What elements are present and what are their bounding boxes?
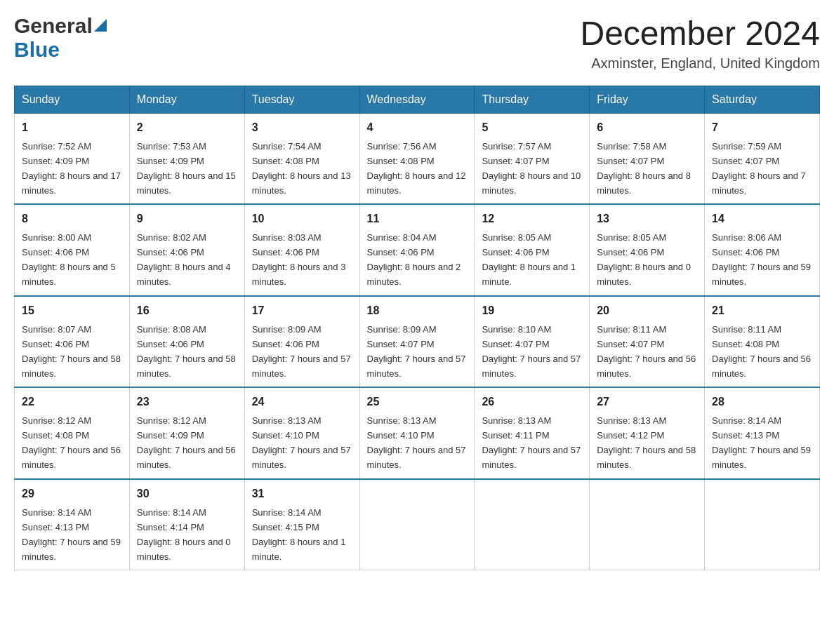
table-row: 8 Sunrise: 8:00 AMSunset: 4:06 PMDayligh… <box>15 204 130 295</box>
table-row: 12 Sunrise: 8:05 AMSunset: 4:06 PMDaylig… <box>475 204 590 295</box>
day-info: Sunrise: 8:12 AMSunset: 4:09 PMDaylight:… <box>137 415 236 470</box>
table-row <box>359 479 475 570</box>
day-info: Sunrise: 8:14 AMSunset: 4:14 PMDaylight:… <box>137 507 231 562</box>
day-number: 20 <box>597 302 697 320</box>
day-number: 5 <box>482 119 582 137</box>
day-info: Sunrise: 8:06 AMSunset: 4:06 PMDaylight:… <box>712 232 811 287</box>
col-saturday: Saturday <box>705 86 820 114</box>
table-row: 5 Sunrise: 7:57 AMSunset: 4:07 PMDayligh… <box>475 114 590 205</box>
day-info: Sunrise: 8:03 AMSunset: 4:06 PMDaylight:… <box>252 232 346 287</box>
day-info: Sunrise: 8:07 AMSunset: 4:06 PMDaylight:… <box>22 324 121 379</box>
table-row: 15 Sunrise: 8:07 AMSunset: 4:06 PMDaylig… <box>15 296 130 387</box>
table-row: 4 Sunrise: 7:56 AMSunset: 4:08 PMDayligh… <box>359 114 475 205</box>
col-tuesday: Tuesday <box>244 86 359 114</box>
table-row: 14 Sunrise: 8:06 AMSunset: 4:06 PMDaylig… <box>705 204 820 295</box>
day-info: Sunrise: 7:58 AMSunset: 4:07 PMDaylight:… <box>597 141 691 196</box>
table-row <box>705 479 820 570</box>
day-number: 28 <box>712 394 812 411</box>
day-info: Sunrise: 7:52 AMSunset: 4:09 PMDaylight:… <box>22 141 121 196</box>
calendar-week-3: 15 Sunrise: 8:07 AMSunset: 4:06 PMDaylig… <box>15 296 820 387</box>
day-number: 24 <box>252 394 352 411</box>
day-info: Sunrise: 8:00 AMSunset: 4:06 PMDaylight:… <box>22 232 116 287</box>
table-row: 27 Sunrise: 8:13 AMSunset: 4:12 PMDaylig… <box>590 387 705 478</box>
day-number: 25 <box>367 394 468 411</box>
day-info: Sunrise: 8:13 AMSunset: 4:11 PMDaylight:… <box>482 415 581 470</box>
table-row: 2 Sunrise: 7:53 AMSunset: 4:09 PMDayligh… <box>129 114 244 205</box>
day-info: Sunrise: 8:11 AMSunset: 4:07 PMDaylight:… <box>597 324 696 379</box>
table-row: 7 Sunrise: 7:59 AMSunset: 4:07 PMDayligh… <box>705 114 820 205</box>
day-number: 21 <box>712 302 812 320</box>
day-number: 10 <box>252 210 352 228</box>
day-info: Sunrise: 8:13 AMSunset: 4:12 PMDaylight:… <box>597 415 696 470</box>
table-row: 25 Sunrise: 8:13 AMSunset: 4:10 PMDaylig… <box>359 387 475 478</box>
day-number: 26 <box>482 394 582 411</box>
title-section: December 2024 Axminster, England, United… <box>580 14 820 72</box>
table-row: 24 Sunrise: 8:13 AMSunset: 4:10 PMDaylig… <box>244 387 359 478</box>
table-row: 9 Sunrise: 8:02 AMSunset: 4:06 PMDayligh… <box>129 204 244 295</box>
day-number: 9 <box>137 210 237 228</box>
table-row: 29 Sunrise: 8:14 AMSunset: 4:13 PMDaylig… <box>15 479 130 570</box>
day-number: 29 <box>22 485 122 503</box>
day-number: 14 <box>712 210 812 228</box>
table-row: 21 Sunrise: 8:11 AMSunset: 4:08 PMDaylig… <box>705 296 820 387</box>
svg-marker-0 <box>94 19 107 32</box>
day-info: Sunrise: 8:11 AMSunset: 4:08 PMDaylight:… <box>712 324 811 379</box>
table-row: 13 Sunrise: 8:05 AMSunset: 4:06 PMDaylig… <box>590 204 705 295</box>
day-number: 16 <box>137 302 237 320</box>
table-row: 26 Sunrise: 8:13 AMSunset: 4:11 PMDaylig… <box>475 387 590 478</box>
table-row: 22 Sunrise: 8:12 AMSunset: 4:08 PMDaylig… <box>15 387 130 478</box>
day-info: Sunrise: 8:02 AMSunset: 4:06 PMDaylight:… <box>137 232 231 287</box>
col-sunday: Sunday <box>15 86 130 114</box>
day-info: Sunrise: 8:14 AMSunset: 4:13 PMDaylight:… <box>22 507 121 562</box>
calendar-week-1: 1 Sunrise: 7:52 AMSunset: 4:09 PMDayligh… <box>15 114 820 205</box>
day-number: 3 <box>252 119 352 137</box>
logo-blue-text: Blue <box>14 38 60 61</box>
table-row: 19 Sunrise: 8:10 AMSunset: 4:07 PMDaylig… <box>475 296 590 387</box>
day-number: 15 <box>22 302 122 320</box>
calendar-header-row: Sunday Monday Tuesday Wednesday Thursday… <box>15 86 820 114</box>
day-number: 31 <box>252 485 352 503</box>
day-info: Sunrise: 8:08 AMSunset: 4:06 PMDaylight:… <box>137 324 236 379</box>
table-row: 23 Sunrise: 8:12 AMSunset: 4:09 PMDaylig… <box>129 387 244 478</box>
day-number: 8 <box>22 210 122 228</box>
calendar-week-5: 29 Sunrise: 8:14 AMSunset: 4:13 PMDaylig… <box>15 479 820 570</box>
table-row: 20 Sunrise: 8:11 AMSunset: 4:07 PMDaylig… <box>590 296 705 387</box>
table-row: 17 Sunrise: 8:09 AMSunset: 4:06 PMDaylig… <box>244 296 359 387</box>
col-wednesday: Wednesday <box>359 86 475 114</box>
day-info: Sunrise: 7:53 AMSunset: 4:09 PMDaylight:… <box>137 141 236 196</box>
day-number: 12 <box>482 210 582 228</box>
page-header: General Blue December 2024 Axminster, En… <box>14 14 820 72</box>
table-row: 28 Sunrise: 8:14 AMSunset: 4:13 PMDaylig… <box>705 387 820 478</box>
day-info: Sunrise: 8:13 AMSunset: 4:10 PMDaylight:… <box>367 415 466 470</box>
day-info: Sunrise: 8:09 AMSunset: 4:07 PMDaylight:… <box>367 324 466 379</box>
day-number: 7 <box>712 119 812 137</box>
col-friday: Friday <box>590 86 705 114</box>
table-row: 1 Sunrise: 7:52 AMSunset: 4:09 PMDayligh… <box>15 114 130 205</box>
table-row: 3 Sunrise: 7:54 AMSunset: 4:08 PMDayligh… <box>244 114 359 205</box>
day-info: Sunrise: 8:04 AMSunset: 4:06 PMDaylight:… <box>367 232 461 287</box>
logo: General Blue <box>14 14 107 62</box>
day-number: 1 <box>22 119 122 137</box>
day-number: 4 <box>367 119 468 137</box>
calendar-week-4: 22 Sunrise: 8:12 AMSunset: 4:08 PMDaylig… <box>15 387 820 478</box>
month-year-title: December 2024 <box>580 14 820 53</box>
day-info: Sunrise: 7:57 AMSunset: 4:07 PMDaylight:… <box>482 141 581 196</box>
day-info: Sunrise: 8:10 AMSunset: 4:07 PMDaylight:… <box>482 324 581 379</box>
table-row <box>590 479 705 570</box>
calendar-week-2: 8 Sunrise: 8:00 AMSunset: 4:06 PMDayligh… <box>15 204 820 295</box>
day-info: Sunrise: 8:13 AMSunset: 4:10 PMDaylight:… <box>252 415 351 470</box>
logo-general-text: General <box>14 14 93 38</box>
table-row: 6 Sunrise: 7:58 AMSunset: 4:07 PMDayligh… <box>590 114 705 205</box>
day-info: Sunrise: 8:14 AMSunset: 4:15 PMDaylight:… <box>252 507 346 562</box>
col-thursday: Thursday <box>475 86 590 114</box>
table-row <box>475 479 590 570</box>
day-number: 6 <box>597 119 697 137</box>
day-info: Sunrise: 7:56 AMSunset: 4:08 PMDaylight:… <box>367 141 466 196</box>
day-info: Sunrise: 7:59 AMSunset: 4:07 PMDaylight:… <box>712 141 806 196</box>
day-number: 23 <box>137 394 237 411</box>
day-info: Sunrise: 8:09 AMSunset: 4:06 PMDaylight:… <box>252 324 351 379</box>
day-number: 17 <box>252 302 352 320</box>
day-number: 13 <box>597 210 697 228</box>
table-row: 31 Sunrise: 8:14 AMSunset: 4:15 PMDaylig… <box>244 479 359 570</box>
day-info: Sunrise: 8:12 AMSunset: 4:08 PMDaylight:… <box>22 415 121 470</box>
